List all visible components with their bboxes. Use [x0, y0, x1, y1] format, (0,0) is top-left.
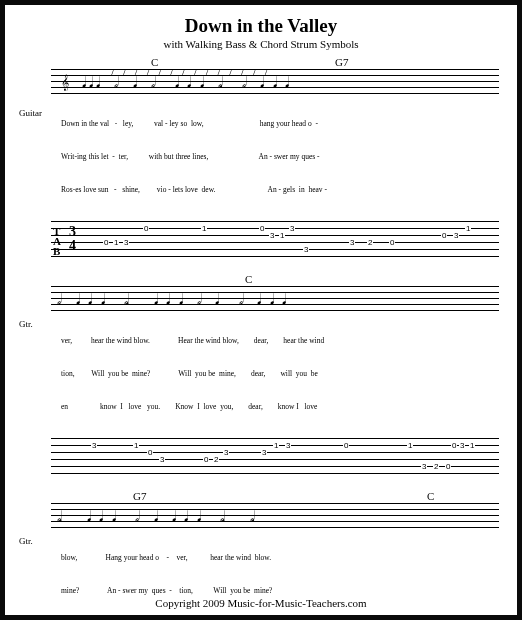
fret-number: 2: [433, 462, 439, 471]
fret-number: 3: [261, 448, 267, 457]
standard-staff: 𝅗𝅥 ♩ ♩ ♩ 𝅗𝅥. ♩ ♩ ♩ 𝅗𝅥 ♩ 𝅗𝅥 ♩ ♩ ♩: [51, 286, 499, 310]
fret-number: 2: [213, 455, 219, 464]
fret-number: 3: [349, 238, 355, 247]
fret-number: 3: [285, 441, 291, 450]
chord-row: G7 C: [85, 490, 499, 503]
fret-number: 1: [469, 441, 475, 450]
chord-row: C: [85, 273, 499, 286]
fret-number: 0: [147, 448, 153, 457]
fret-number: 0: [259, 224, 265, 233]
system-2: Gtr. C 𝅗𝅥 ♩ ♩ ♩ 𝅗𝅥. ♩ ♩ ♩ 𝅗𝅥 ♩ 𝅗𝅥 ♩ ♩ ♩ …: [23, 273, 499, 474]
time-signature: 3 4: [69, 225, 76, 253]
lyric-line: en know I love you. Know I love you, dea…: [61, 401, 499, 412]
fret-number: 1: [465, 224, 471, 233]
fret-number: 1: [133, 441, 139, 450]
lyric-line: Ros-es love sun - shine, vio - lets love…: [61, 184, 499, 195]
instrument-label-short: Gtr.: [19, 536, 33, 546]
fret-number: 3: [453, 231, 459, 240]
fret-number: 0: [445, 462, 451, 471]
fret-number: 3: [91, 441, 97, 450]
standard-staff: 𝅗𝅥. ♩ ♩ ♩ 𝅗𝅥 ♩ ♩ ♩ ♩ 𝅗𝅥. 𝅗𝅥.: [51, 503, 499, 527]
fret-number: 1: [407, 441, 413, 450]
lyrics: Down in the val - ley, val - ley so low,…: [61, 96, 499, 217]
fret-number: 0: [389, 238, 395, 247]
lyrics: ver, hear the wind blow. Hear the wind b…: [61, 313, 499, 434]
standard-staff: / / / / / / / / / / / / / / 𝄞 ♩♩♩ 𝅗𝅥 ♩ 𝅗…: [51, 69, 499, 93]
fret-number: 3: [123, 238, 129, 247]
chord-symbol: C: [427, 490, 434, 502]
fret-number: 0: [441, 231, 447, 240]
melody-notes: 𝅗𝅥. ♩ ♩ ♩ 𝅗𝅥 ♩ ♩ ♩ ♩ 𝅗𝅥. 𝅗𝅥.: [57, 509, 257, 525]
fret-number: 0: [343, 441, 349, 450]
instrument-label-short: Gtr.: [19, 319, 33, 329]
system-1: Guitar C G7 / / / / / / / / / / / / / / …: [23, 56, 499, 257]
fret-number: 3: [289, 224, 295, 233]
fret-number: 3: [303, 245, 309, 254]
lyric-line: tion, Will you be mine? Will you be mine…: [61, 368, 499, 379]
song-title: Down in the Valley: [23, 15, 499, 37]
lyric-line: blow, Hang your head o - ver, hear the w…: [61, 552, 499, 563]
chord-symbol: G7: [335, 56, 348, 68]
fret-number: 0: [203, 455, 209, 464]
chord-symbol: C: [245, 273, 252, 285]
lyric-line: ver, hear the wind blow. Hear the wind b…: [61, 335, 499, 346]
fret-number: 0: [143, 224, 149, 233]
song-subtitle: with Walking Bass & Chord Strum Symbols: [23, 38, 499, 50]
fret-number: 3: [269, 231, 275, 240]
fret-number: 0: [103, 238, 109, 247]
copyright-notice: Copyright 2009 Music-for-Music-Teachers.…: [5, 597, 517, 609]
tab-clef: T A B: [53, 226, 61, 256]
fret-number: 1: [113, 238, 119, 247]
fret-number: 3: [159, 455, 165, 464]
fret-number: 3: [459, 441, 465, 450]
chord-symbol: G7: [133, 490, 146, 502]
fret-number: 0: [451, 441, 457, 450]
fret-number: 2: [367, 238, 373, 247]
lyric-line: mine? An - swer my ques - tion, Will you…: [61, 585, 499, 596]
lyric-line: Writ-ing this let - ter, with but three …: [61, 151, 499, 162]
tablature-staff: 310302331301031320: [51, 438, 499, 474]
tablature-staff: T A B 3 4 0130103133320031: [51, 221, 499, 257]
lyric-line: Down in the val - ley, val - ley so low,…: [61, 118, 499, 129]
fret-number: 1: [279, 231, 285, 240]
sheet-music-page: Down in the Valley with Walking Bass & C…: [0, 0, 522, 620]
instrument-label: Guitar: [19, 108, 42, 118]
fret-number: 1: [201, 224, 207, 233]
fret-number: 1: [273, 441, 279, 450]
melody-notes: 𝄞 ♩♩♩ 𝅗𝅥 ♩ 𝅗𝅥 ♩ ♩ ♩ 𝅗𝅥. 𝅗𝅥 ♩ ♩ ♩: [61, 75, 292, 91]
melody-notes: 𝅗𝅥 ♩ ♩ ♩ 𝅗𝅥. ♩ ♩ ♩ 𝅗𝅥 ♩ 𝅗𝅥 ♩ ♩ ♩: [57, 292, 289, 308]
fret-number: 3: [421, 462, 427, 471]
fret-number: 3: [223, 448, 229, 457]
